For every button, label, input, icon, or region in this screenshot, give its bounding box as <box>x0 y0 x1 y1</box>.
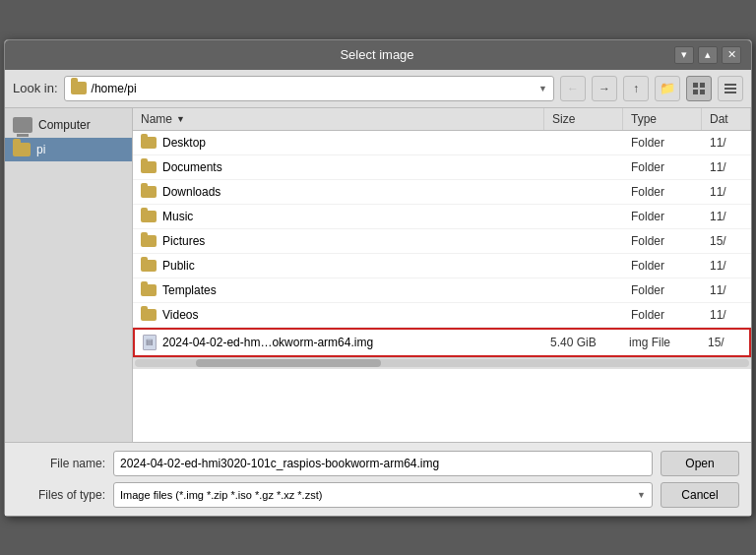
svg-rect-3 <box>700 90 705 94</box>
title-bar: Select image ▾ ▴ ✕ <box>5 40 751 70</box>
file-size-cell <box>544 264 623 268</box>
table-row[interactable]: Desktop Folder 11/ <box>133 131 751 155</box>
file-date-cell: 15/ <box>702 232 751 250</box>
folder-icon <box>141 137 157 149</box>
file-name-cell: Public <box>133 257 544 275</box>
sidebar-item-pi-label: pi <box>36 143 45 156</box>
file-name-cell: Downloads <box>133 183 544 201</box>
file-size-cell <box>544 215 623 218</box>
file-size-cell <box>544 313 623 317</box>
look-in-label: Look in: <box>13 81 58 95</box>
file-list-header: Name ▼ Size Type Dat <box>133 108 751 131</box>
forward-button[interactable]: → <box>592 76 617 101</box>
file-date-cell: 11/ <box>702 257 751 275</box>
table-row[interactable]: Public Folder 11/ <box>133 254 751 278</box>
file-type-cell: Folder <box>623 257 702 275</box>
table-row[interactable]: ▤ 2024-04-02-ed-hm…okworm-arm64.img 5.40… <box>133 328 751 357</box>
folder-icon <box>141 309 157 321</box>
scrollbar-track <box>135 359 749 367</box>
col-header-size[interactable]: Size <box>544 108 623 130</box>
minimize-button[interactable]: ▾ <box>674 46 694 64</box>
horizontal-scrollbar[interactable] <box>133 357 751 369</box>
back-button[interactable]: ← <box>560 76 586 101</box>
file-name-cell: Documents <box>133 158 544 176</box>
file-date-cell: 11/ <box>702 134 751 152</box>
file-date-cell: 15/ <box>700 334 749 351</box>
folder-icon <box>71 82 87 94</box>
file-size-cell <box>544 141 623 145</box>
grid-view-button[interactable] <box>686 76 712 101</box>
files-of-type-row: Files of type: Image files (*.img *.zip … <box>17 482 739 508</box>
file-icon: ▤ <box>143 335 157 350</box>
sidebar: Computer pi <box>5 108 133 442</box>
table-row[interactable]: Documents Folder 11/ <box>133 155 751 180</box>
main-area: Computer pi Name ▼ Size Type <box>5 108 751 443</box>
toolbar: Look in: /home/pi ▼ ← → ↑ 📁 <box>5 70 751 108</box>
title-bar-controls: ▾ ▴ ✕ <box>674 46 741 64</box>
col-header-date[interactable]: Dat <box>702 108 751 130</box>
folder-icon <box>141 161 157 173</box>
table-row[interactable]: Templates Folder 11/ <box>133 278 751 303</box>
table-row[interactable]: Pictures Folder 15/ <box>133 229 751 254</box>
file-name-cell: Pictures <box>133 232 544 250</box>
table-row[interactable]: Videos Folder 11/ <box>133 303 751 328</box>
list-view-button[interactable] <box>718 76 743 101</box>
file-type-cell: Folder <box>623 306 702 324</box>
folder-icon <box>141 235 157 247</box>
table-row[interactable]: Music Folder 11/ <box>133 205 751 229</box>
open-button[interactable]: Open <box>661 451 739 476</box>
maximize-button[interactable]: ▴ <box>698 46 718 64</box>
file-type-cell: img File <box>621 334 700 351</box>
computer-icon <box>13 117 32 133</box>
file-type-cell: Folder <box>623 183 702 201</box>
folder-icon <box>141 260 157 272</box>
files-of-type-dropdown-arrow: ▼ <box>637 490 646 500</box>
svg-rect-0 <box>693 83 698 88</box>
file-name-text: Public <box>162 259 195 273</box>
svg-rect-5 <box>724 88 736 90</box>
file-name-cell: Music <box>133 208 544 225</box>
list-view-icon <box>724 82 737 95</box>
svg-rect-1 <box>700 83 705 88</box>
close-button[interactable]: ✕ <box>722 46 741 64</box>
file-name-cell: Desktop <box>133 134 544 152</box>
folder-icon-pi <box>13 143 31 156</box>
col-header-type[interactable]: Type <box>623 108 702 130</box>
file-name-text: Desktop <box>162 136 206 150</box>
file-name-text: Documents <box>162 160 222 174</box>
sidebar-item-computer-label: Computer <box>38 118 91 132</box>
file-date-cell: 11/ <box>702 306 751 324</box>
new-folder-icon: 📁 <box>660 81 675 95</box>
folder-icon <box>141 186 157 198</box>
file-date-cell: 11/ <box>702 281 751 299</box>
file-size-cell <box>544 190 623 194</box>
file-size-cell <box>544 288 623 292</box>
up-button[interactable]: ↑ <box>623 76 649 101</box>
file-name-text: Videos <box>162 308 198 322</box>
file-name-input[interactable] <box>113 451 653 476</box>
file-type-cell: Folder <box>623 208 702 225</box>
folder-icon <box>141 284 157 296</box>
files-of-type-label: Files of type: <box>17 488 105 502</box>
new-folder-button[interactable]: 📁 <box>655 76 680 101</box>
file-type-cell: Folder <box>623 158 702 176</box>
table-row[interactable]: Downloads Folder 11/ <box>133 180 751 205</box>
file-name-text: Pictures <box>162 234 205 248</box>
folder-icon <box>141 211 157 222</box>
svg-rect-4 <box>724 84 736 86</box>
file-size-cell <box>544 165 623 169</box>
sidebar-item-computer[interactable]: Computer <box>5 112 132 138</box>
cancel-button[interactable]: Cancel <box>661 482 739 508</box>
sidebar-item-pi[interactable]: pi <box>5 138 132 161</box>
dialog-title: Select image <box>80 47 674 62</box>
file-name-cell: Videos <box>133 306 544 324</box>
file-name-text: Music <box>162 210 193 223</box>
file-name-cell: ▤ 2024-04-02-ed-hm…okworm-arm64.img <box>135 333 542 352</box>
col-header-name[interactable]: Name ▼ <box>133 108 544 130</box>
file-size-cell <box>544 239 623 243</box>
files-of-type-select[interactable]: Image files (*.img *.zip *.iso *.gz *.xz… <box>113 482 653 508</box>
file-date-cell: 11/ <box>702 208 751 225</box>
file-size-cell: 5.40 GiB <box>542 334 621 351</box>
file-date-cell: 11/ <box>702 158 751 176</box>
look-in-select[interactable]: /home/pi ▼ <box>64 76 554 101</box>
